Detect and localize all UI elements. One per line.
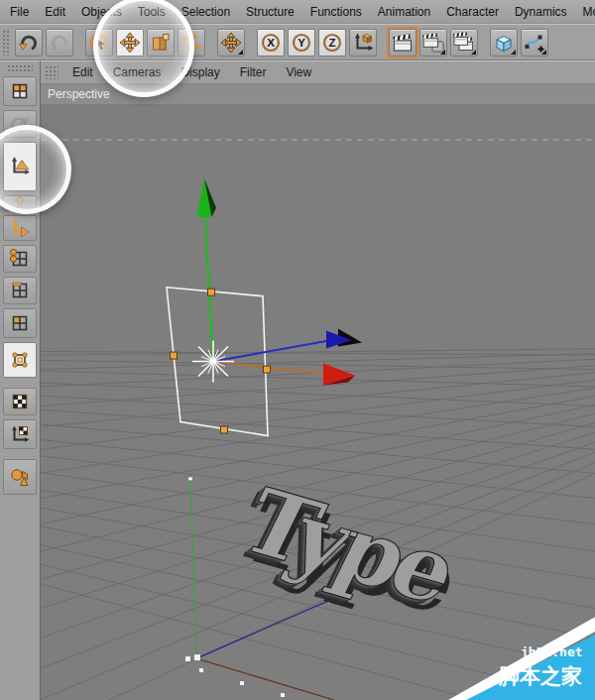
undo-button[interactable] (15, 29, 43, 57)
lock-y-axis-button[interactable]: Y (288, 29, 315, 57)
handle-bottom[interactable] (221, 426, 228, 433)
render-queue-button[interactable] (450, 29, 478, 57)
grid-line (41, 383, 595, 406)
selection-disabled-button[interactable] (3, 110, 37, 138)
menu-item[interactable]: Dynamics (507, 5, 575, 19)
view-label: Perspective (48, 87, 110, 101)
svg-text:Y: Y (298, 37, 305, 49)
grid-line (41, 409, 595, 449)
viewport-menu-drag-handle[interactable] (45, 65, 59, 79)
menu-item[interactable]: Character (438, 5, 507, 19)
move-tool-button[interactable] (116, 29, 144, 57)
main-toolbar: XYZ (0, 24, 595, 60)
gizmo-z-axis[interactable] (213, 340, 334, 362)
world-y-axis (190, 475, 196, 658)
redo-button[interactable] (46, 29, 73, 57)
scene-3d: Type Type Type Type Type (41, 105, 595, 700)
viewport-menu-item[interactable]: Display (171, 65, 229, 79)
viewport-panel: EditCamerasDisplayFilterView Perspective (41, 60, 595, 700)
coordinate-system-button[interactable] (349, 29, 377, 57)
add-cube-object-button[interactable] (490, 29, 518, 57)
menu-item[interactable]: MoGraph (575, 5, 595, 19)
svg-text:X: X (267, 37, 275, 49)
lock-z-axis-button[interactable]: Z (318, 29, 346, 57)
gizmo-y-axis[interactable] (204, 202, 213, 362)
viewport-canvas[interactable]: Type Type Type Type Type (41, 105, 595, 700)
menu-bar: FileEditObjectsToolsSelectionStructureFu… (0, 0, 595, 24)
menu-item[interactable]: Animation (370, 5, 438, 19)
render-settings-button[interactable] (419, 29, 447, 57)
scale-tool-button[interactable] (147, 29, 175, 57)
svg-text:Z: Z (328, 37, 335, 49)
model-mode-button[interactable] (3, 142, 37, 191)
viewport-menu-item[interactable]: Filter (230, 65, 277, 79)
text-object-3d[interactable]: Type Type Type Type Type (216, 467, 478, 634)
viewport-menu-item[interactable]: Cameras (103, 65, 172, 79)
edge-mode-button[interactable] (3, 277, 37, 304)
handle-top[interactable] (208, 289, 215, 295)
viewport-menu-item[interactable]: View (276, 65, 321, 79)
texture-axis-mode-button[interactable] (3, 419, 37, 449)
watermark-url: jb51.net (521, 644, 583, 659)
object-axis-asterisk[interactable] (192, 341, 234, 383)
polygon-mode-button[interactable] (3, 308, 37, 338)
menu-item[interactable]: Tools (130, 5, 174, 19)
menu-item[interactable]: Functions (302, 5, 370, 19)
tool-sidebar (0, 60, 41, 700)
add-spline-object-button[interactable] (521, 29, 548, 57)
menu-item[interactable]: File (2, 5, 37, 19)
grid-line (41, 380, 595, 449)
snap-settings-button[interactable] (3, 459, 37, 495)
live-selection-button[interactable] (85, 29, 113, 57)
texture-mode-button[interactable] (3, 388, 37, 415)
object-axis-disabled-button[interactable] (3, 195, 37, 211)
point-mode-button[interactable] (3, 245, 37, 273)
rotate-tool-button[interactable] (178, 29, 205, 57)
object-mode-button[interactable] (3, 342, 37, 378)
handle-left[interactable] (171, 352, 178, 359)
viewport-menu-bar: EditCamerasDisplayFilterView (41, 61, 595, 84)
menu-item[interactable]: Objects (73, 5, 130, 19)
axis-modification-button[interactable] (3, 215, 37, 241)
menu-item[interactable]: Edit (37, 5, 73, 19)
watermark-site-name: 脚本之家 (498, 664, 582, 688)
watermark: jb51.net 脚本之家 (448, 617, 595, 700)
sidebar-drag-handle[interactable] (7, 64, 33, 72)
handle-right[interactable] (264, 366, 271, 373)
render-view-button[interactable] (389, 29, 416, 57)
make-editable-button[interactable] (3, 76, 37, 106)
active-tool-button[interactable] (217, 29, 245, 57)
viewport-menu-item[interactable]: Edit (62, 65, 103, 79)
world-x-axis (196, 658, 334, 700)
menu-item[interactable]: Structure (238, 5, 302, 19)
menu-item[interactable]: Selection (174, 5, 238, 19)
lock-x-axis-button[interactable]: X (257, 29, 285, 57)
toolbar-drag-handle[interactable] (2, 30, 10, 56)
viewport-title-bar[interactable]: Perspective (41, 84, 595, 105)
